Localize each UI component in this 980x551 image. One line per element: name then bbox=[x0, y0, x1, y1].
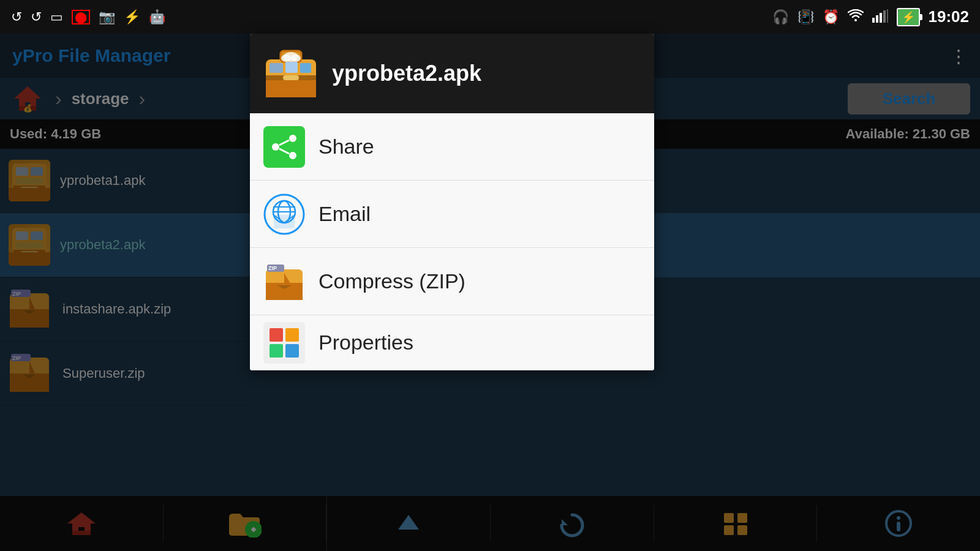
camera-icon: 📷 bbox=[99, 10, 115, 24]
context-item-share[interactable]: Share bbox=[250, 113, 654, 181]
record-icon: ⬤ bbox=[72, 10, 90, 24]
svg-rect-37 bbox=[270, 63, 283, 73]
email-label: Email bbox=[318, 202, 371, 226]
svg-rect-60 bbox=[270, 328, 283, 342]
svg-line-46 bbox=[279, 140, 289, 145]
svg-line-47 bbox=[279, 149, 289, 154]
status-right-icons: 🎧 📳 ⏰ ⚡ 19:02 bbox=[772, 7, 970, 26]
svg-rect-3 bbox=[883, 10, 886, 23]
svg-point-44 bbox=[272, 143, 279, 151]
svg-point-45 bbox=[289, 152, 296, 159]
refresh-icon2: ↺ bbox=[31, 10, 42, 24]
svg-text:ZIP: ZIP bbox=[268, 265, 277, 271]
status-left-icons: ↺ ↺ ▭ ⬤ 📷 ⚡ 🤖 bbox=[11, 10, 165, 24]
wifi-icon bbox=[848, 9, 864, 25]
context-menu: yprobeta2.apk Share bbox=[250, 34, 654, 370]
email-icon bbox=[263, 193, 305, 235]
compress-icon: ZIP bbox=[263, 261, 305, 302]
battery-icon: ⚡ bbox=[897, 8, 920, 26]
svg-rect-63 bbox=[285, 344, 299, 358]
signal-icon bbox=[872, 9, 888, 25]
context-filename: yprobeta2.apk bbox=[332, 61, 481, 86]
vibrate-icon: 📳 bbox=[797, 10, 814, 24]
svg-point-43 bbox=[289, 135, 296, 142]
svg-rect-38 bbox=[285, 62, 298, 73]
android-icon: 🤖 bbox=[149, 10, 165, 24]
svg-rect-1 bbox=[876, 15, 878, 23]
context-item-email[interactable]: Email bbox=[250, 181, 654, 248]
svg-rect-0 bbox=[872, 18, 875, 23]
svg-rect-39 bbox=[300, 63, 311, 73]
svg-point-42 bbox=[291, 54, 301, 62]
svg-point-41 bbox=[281, 54, 291, 62]
alarm-icon: ⏰ bbox=[823, 10, 839, 24]
properties-label: Properties bbox=[318, 331, 413, 354]
headphone-icon: 🎧 bbox=[772, 10, 789, 24]
refresh-icon1: ↺ bbox=[11, 10, 22, 24]
context-app-icon bbox=[263, 45, 318, 102]
status-time: 19:02 bbox=[929, 7, 970, 26]
context-item-properties[interactable]: Properties bbox=[250, 315, 654, 370]
usb-icon: ⚡ bbox=[124, 10, 140, 24]
svg-rect-61 bbox=[285, 328, 299, 342]
svg-rect-62 bbox=[270, 344, 283, 358]
status-bar: ↺ ↺ ▭ ⬤ 📷 ⚡ 🤖 🎧 📳 ⏰ ⚡ bbox=[0, 0, 980, 34]
share-icon bbox=[263, 126, 305, 168]
screen-icon: ▭ bbox=[50, 10, 63, 24]
context-item-compress[interactable]: ZIP Compress (ZIP) bbox=[250, 248, 654, 315]
share-label: Share bbox=[318, 135, 374, 159]
context-menu-header: yprobeta2.apk bbox=[250, 34, 654, 113]
svg-rect-2 bbox=[880, 13, 882, 23]
compress-label: Compress (ZIP) bbox=[318, 269, 466, 293]
svg-rect-36 bbox=[283, 75, 299, 80]
svg-rect-4 bbox=[887, 9, 888, 23]
properties-icon bbox=[263, 322, 305, 364]
